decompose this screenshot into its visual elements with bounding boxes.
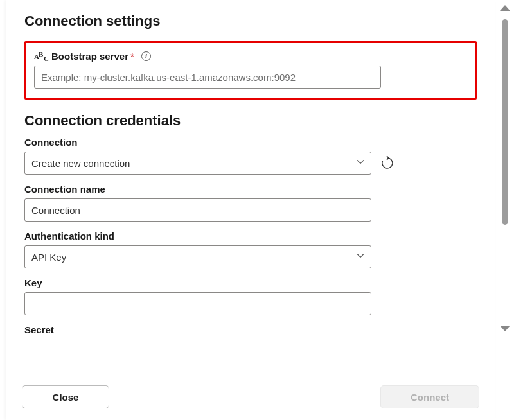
bootstrap-server-highlight: ABC Bootstrap server * i [24,41,477,100]
connection-settings-panel: Connection settings ABC Bootstrap server… [6,0,495,420]
scroll-down-arrow-icon[interactable] [500,326,510,331]
connection-credentials-title: Connection credentials [24,112,477,129]
connect-button[interactable]: Connect [380,385,479,408]
secret-field: Secret [24,324,477,335]
key-input[interactable] [24,292,371,315]
content-area: Connection settings ABC Bootstrap server… [6,0,495,376]
secret-label: Secret [24,324,477,335]
scroll-up-arrow-icon[interactable] [500,5,510,11]
connection-name-field: Connection name [24,184,477,222]
bootstrap-server-input[interactable] [34,66,381,89]
authentication-kind-select[interactable]: API Key [24,245,371,268]
scroll-thumb[interactable] [502,19,508,225]
info-icon[interactable]: i [141,51,151,61]
bootstrap-server-label: ABC Bootstrap server * i [34,51,467,62]
connection-settings-title: Connection settings [24,13,477,30]
connection-name-label: Connection name [24,184,477,195]
close-button[interactable]: Close [22,385,109,408]
abc-text-icon: ABC [34,51,48,62]
connection-name-input[interactable] [24,198,371,222]
authentication-kind-label: Authentication kind [24,231,477,241]
connection-select[interactable]: Create new connection [24,152,371,175]
required-asterisk: * [130,51,134,62]
connection-label: Connection [24,137,477,148]
key-field: Key [24,277,477,315]
dialog-footer: Close Connect [6,376,495,420]
refresh-icon[interactable] [380,156,394,170]
connection-field: Connection Create new connection [24,137,477,175]
key-label: Key [24,277,477,288]
bootstrap-server-label-text: Bootstrap server [51,51,128,62]
scrollbar[interactable] [496,0,514,420]
authentication-kind-field: Authentication kind API Key [24,231,477,268]
